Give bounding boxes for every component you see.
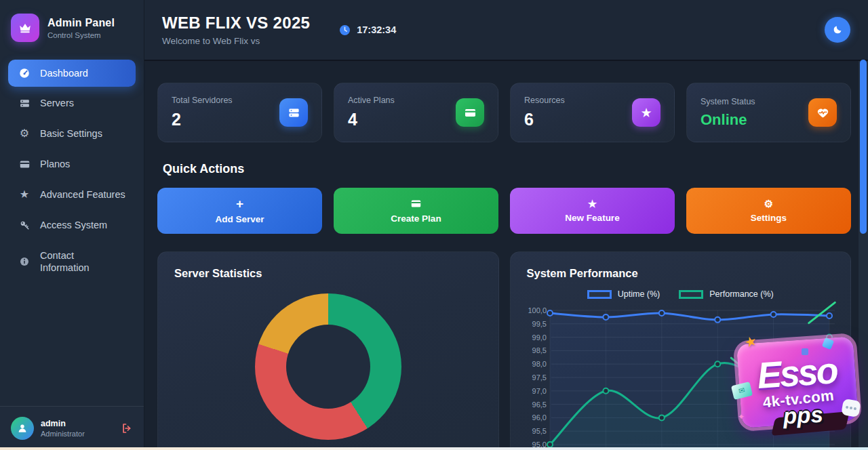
crown-icon	[11, 14, 39, 42]
stat-label: Total Servidores	[172, 96, 233, 105]
brand-title: Admin Panel	[47, 17, 115, 29]
sidebar-user: admin Administrator	[0, 406, 144, 450]
sidebar-item-label: Dashboard	[40, 67, 88, 79]
svg-text:98,5: 98,5	[532, 346, 546, 354]
sidebar-item-label: Contact Information	[40, 249, 115, 274]
svg-text:96,0: 96,0	[532, 413, 546, 422]
sidebar-item-label: Access System	[40, 219, 107, 231]
stat-card-resources: Resources 6 ★	[510, 83, 675, 142]
donut-chart	[255, 293, 401, 440]
svg-text:99,5: 99,5	[532, 320, 546, 328]
sidebar-item-dashboard[interactable]: Dashboard	[8, 60, 136, 87]
scrollbar-thumb[interactable]	[860, 60, 867, 234]
chart-title: System Performance	[527, 267, 835, 280]
page-subtitle: Welcome to Web Flix vs	[162, 36, 310, 46]
quick-actions-row: + Add Server Create Plan ★ New Feature ⚙…	[157, 188, 851, 234]
user-role: Administrator	[41, 430, 85, 438]
credit-card-icon	[18, 159, 31, 170]
server-icon	[279, 98, 308, 127]
svg-text:99,0: 99,0	[532, 333, 546, 342]
svg-text:98,0: 98,0	[532, 360, 546, 368]
button-label: New Feature	[565, 213, 619, 223]
sidebar-item-label: Basic Settings	[40, 127, 102, 140]
credit-card-icon	[456, 98, 484, 127]
clock-icon	[338, 24, 351, 37]
gear-icon: ⚙	[764, 199, 773, 209]
main-content: Total Servidores 2 Active Plans 4 Reso	[144, 61, 868, 450]
brand: Admin Panel Control System	[0, 0, 144, 54]
svg-text:97,0: 97,0	[532, 387, 546, 395]
gauge-icon	[18, 67, 31, 79]
logout-icon[interactable]	[121, 422, 133, 434]
charts-row: Server Statistics AtivosInativosManutenç…	[157, 251, 851, 450]
donut-hole	[286, 325, 370, 409]
settings-button[interactable]: ⚙ Settings	[686, 188, 851, 234]
sidebar: Admin Panel Control System Dashboard Ser…	[0, 0, 144, 450]
plus-icon: +	[236, 197, 243, 210]
sidebar-item-planos[interactable]: Planos	[8, 150, 136, 178]
status-badge: Online	[701, 111, 755, 129]
star-icon: ★	[588, 199, 597, 209]
avatar	[11, 417, 34, 440]
info-icon	[18, 256, 31, 267]
sidebar-item-access-system[interactable]: Access System	[8, 211, 136, 239]
system-performance-card: System Performance Uptime (%)Performance…	[510, 251, 852, 450]
credit-card-icon	[410, 198, 422, 209]
stat-card-total-servers: Total Servidores 2	[157, 83, 322, 142]
server-icon	[18, 98, 31, 109]
gear-icon: ⚙	[18, 127, 31, 140]
stat-label: System Status	[701, 97, 755, 106]
clock: 17:32:34	[338, 24, 396, 37]
stats-row: Total Servidores 2 Active Plans 4 Reso	[157, 83, 851, 142]
sidebar-item-label: Servers	[40, 97, 74, 109]
stat-label: Resources	[524, 96, 565, 105]
button-label: Settings	[751, 213, 787, 223]
sidebar-item-advanced-features[interactable]: ★ Advanced Features	[8, 180, 136, 209]
chart-title: Server Statistics	[174, 267, 482, 280]
add-server-button[interactable]: + Add Server	[157, 188, 322, 234]
moon-icon	[832, 24, 843, 35]
svg-text:96,5: 96,5	[532, 401, 546, 409]
star-icon: ★	[18, 188, 31, 201]
create-plan-button[interactable]: Create Plan	[334, 188, 498, 234]
svg-text:97,5: 97,5	[532, 373, 546, 382]
page-title: WEB FLIX VS 2025	[162, 14, 310, 33]
stat-card-system-status: System Status Online	[686, 83, 851, 142]
stat-card-active-plans: Active Plans 4	[334, 83, 498, 142]
button-label: Create Plan	[391, 213, 441, 224]
admin-dashboard: Admin Panel Control System Dashboard Ser…	[0, 0, 868, 450]
server-statistics-card: Server Statistics AtivosInativosManutenç…	[157, 251, 499, 450]
brand-subtitle: Control System	[47, 31, 115, 39]
new-feature-button[interactable]: ★ New Feature	[510, 188, 675, 234]
svg-text:100,0: 100,0	[528, 306, 547, 314]
stat-value: 6	[524, 110, 565, 129]
stat-value: 2	[172, 110, 233, 129]
svg-text:95,5: 95,5	[532, 427, 546, 435]
sidebar-item-contact-information[interactable]: Contact Information	[8, 242, 136, 281]
username: admin	[41, 419, 85, 428]
line-chart: 100,099,599,098,598,097,597,096,596,095,…	[520, 293, 839, 450]
sidebar-item-servers[interactable]: Servers	[8, 89, 136, 117]
bottom-edge-strip	[0, 447, 868, 450]
header: WEB FLIX VS 2025 Welcome to Web Flix vs …	[144, 0, 868, 61]
clock-time: 17:32:34	[357, 24, 396, 35]
star-icon: ★	[632, 98, 660, 127]
stat-label: Active Plans	[348, 96, 395, 105]
sidebar-item-label: Advanced Features	[40, 188, 125, 201]
key-icon	[18, 220, 31, 231]
sidebar-item-label: Planos	[40, 158, 70, 170]
sidebar-nav: Dashboard Servers ⚙ Basic Settings Plano…	[0, 54, 144, 287]
button-label: Add Server	[215, 214, 264, 224]
quick-actions-heading: Quick Actions	[163, 162, 851, 176]
stat-value: 4	[348, 110, 395, 129]
heart-pulse-icon	[808, 98, 837, 127]
sidebar-item-basic-settings[interactable]: ⚙ Basic Settings	[8, 119, 136, 148]
dark-mode-toggle[interactable]	[825, 17, 850, 43]
